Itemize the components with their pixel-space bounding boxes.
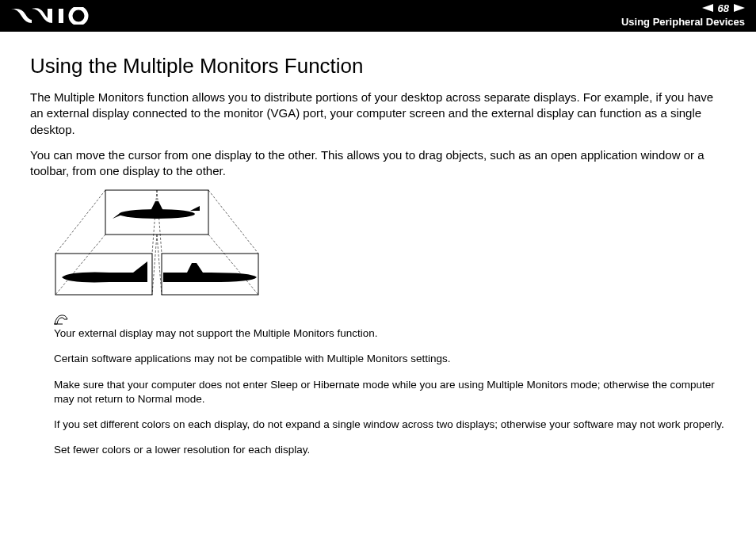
note-3: Make sure that your computer does not en… (54, 378, 726, 406)
nav-next-icon[interactable] (734, 2, 745, 16)
svg-line-7 (55, 190, 105, 254)
note-1: Your external display may not support th… (54, 326, 726, 341)
section-label: Using Peripheral Devices (621, 16, 745, 29)
page-content: Using the Multiple Monitors Function The… (0, 32, 756, 458)
svg-point-1 (71, 8, 86, 24)
vaio-logo (11, 7, 98, 25)
paragraph-2: You can move the cursor from one display… (30, 147, 726, 180)
paragraph-1: The Multiple Monitors function allows yo… (30, 90, 726, 138)
nav-prev-icon[interactable] (702, 2, 713, 16)
svg-rect-0 (59, 9, 63, 23)
page-header: 68 Using Peripheral Devices (0, 0, 756, 32)
svg-marker-2 (702, 4, 713, 12)
header-right: 68 Using Peripheral Devices (621, 2, 745, 29)
note-2: Certain software applications may not be… (54, 352, 726, 366)
svg-line-12 (208, 190, 258, 254)
multi-monitor-diagram (54, 189, 726, 303)
note-4: If you set different colors on each disp… (54, 418, 726, 432)
page-number: 68 (718, 2, 729, 16)
svg-marker-3 (734, 4, 745, 12)
notes-block: Your external display may not support th… (54, 314, 726, 457)
note-5: Set fewer colors or a lower resolution f… (54, 443, 726, 457)
page-nav: 68 (621, 2, 745, 16)
page-title: Using the Multiple Monitors Function (30, 54, 726, 78)
